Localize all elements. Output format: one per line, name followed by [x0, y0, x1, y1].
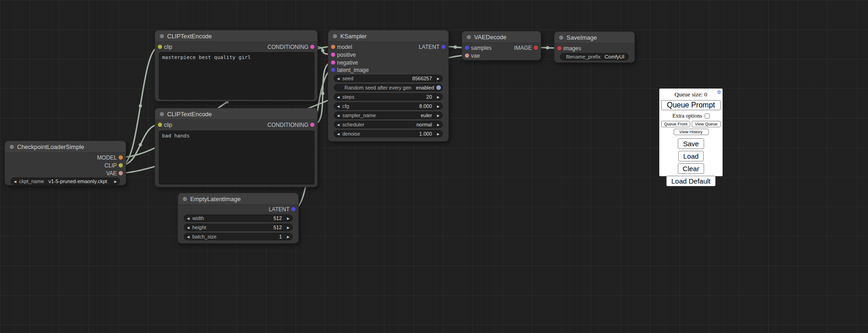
input-slot-negative[interactable] — [331, 60, 335, 65]
widget-width[interactable]: ◀ width 512 ▶ — [184, 214, 293, 222]
decrement-arrow-icon[interactable]: ◀ — [334, 121, 342, 128]
input-label-images: images — [563, 45, 581, 52]
widget-cfg[interactable]: ◀ cfg 8.000 ▶ — [334, 102, 443, 110]
increment-arrow-icon[interactable]: ▶ — [434, 94, 442, 101]
collapse-dot-icon[interactable] — [10, 145, 14, 149]
widget-denoise[interactable]: ◀ denoise 1.000 ▶ — [334, 130, 443, 137]
extra-options-label: Extra options — [672, 113, 702, 119]
queue-front-button[interactable]: Queue Front — [661, 121, 690, 127]
input-slot-positive[interactable] — [331, 53, 335, 57]
widget-sampler-name[interactable]: ◀ sampler_name euler ▶ — [334, 112, 443, 119]
node-title-bar[interactable]: CheckpointLoaderSimple — [5, 141, 126, 153]
clear-button[interactable]: Clear — [678, 163, 705, 174]
input-slot-model[interactable] — [331, 45, 335, 49]
input-slot-latent-image[interactable] — [331, 68, 335, 72]
decrement-arrow-icon[interactable]: ◀ — [11, 178, 19, 185]
queue-prompt-button[interactable]: Queue Prompt — [661, 100, 721, 110]
increment-arrow-icon[interactable]: ▶ — [112, 178, 120, 185]
node-title-bar[interactable]: CLIPTextEncode — [155, 108, 317, 120]
link-midpoint-dot — [454, 46, 457, 49]
increment-arrow-icon[interactable]: ▶ — [284, 224, 292, 231]
decrement-arrow-icon[interactable]: ◀ — [334, 131, 342, 137]
node-checkpointloadersimple[interactable]: CheckpointLoaderSimple MODEL CLIP VAE ◀ … — [5, 141, 126, 185]
node-title-bar[interactable]: KSampler — [328, 30, 448, 42]
widget-value: euler — [421, 113, 434, 118]
input-slot-images[interactable] — [557, 46, 561, 50]
widget-ckpt-name[interactable]: ◀ ckpt_name v1-5-pruned-emaonly.ckpt ▶ — [11, 178, 120, 185]
input-slot-samples[interactable] — [465, 46, 469, 50]
node-title-bar[interactable]: EmptyLatentImage — [178, 193, 298, 205]
widget-seed[interactable]: ◀ seed 8566257 ▶ — [334, 75, 443, 82]
output-label-latent: LATENT — [419, 43, 440, 51]
output-slot-latent[interactable] — [441, 45, 446, 49]
widget-label: filename_prefix — [566, 54, 601, 59]
positive-prompt-textarea[interactable]: masterpiece best quality girl — [159, 52, 314, 100]
increment-arrow-icon[interactable]: ▶ — [434, 131, 442, 137]
increment-arrow-icon[interactable]: ▶ — [434, 112, 442, 119]
decrement-arrow-icon[interactable]: ◀ — [334, 103, 342, 110]
collapse-dot-icon[interactable] — [160, 112, 164, 116]
node-saveimage[interactable]: SaveImage images filename_prefix ComfyUI — [554, 31, 635, 63]
node-vaedecode[interactable]: VAEDecode samples vae IMAGE — [462, 31, 541, 60]
increment-arrow-icon[interactable]: ▶ — [434, 121, 442, 128]
save-button[interactable]: Save — [678, 138, 704, 149]
increment-arrow-icon[interactable]: ▶ — [434, 103, 442, 110]
widget-random-seed-toggle[interactable]: Random seed after every gen enabled — [334, 84, 443, 91]
node-title-bar[interactable]: SaveImage — [555, 32, 634, 43]
widget-filename-prefix[interactable]: filename_prefix ComfyUI — [560, 53, 629, 60]
collapse-dot-icon[interactable] — [160, 34, 164, 38]
toggle-indicator-icon[interactable] — [436, 85, 441, 90]
input-label-clip: clip — [164, 43, 172, 51]
increment-arrow-icon[interactable]: ▶ — [284, 215, 292, 222]
widget-label: steps — [342, 94, 354, 100]
output-slot-vae[interactable] — [119, 171, 123, 175]
output-slot-model[interactable] — [119, 155, 123, 160]
node-title: KSampler — [340, 33, 367, 40]
collapse-dot-icon[interactable] — [559, 36, 563, 40]
extra-options-checkbox[interactable] — [705, 113, 710, 119]
output-slot-clip[interactable] — [119, 163, 123, 167]
output-label-model: MODEL — [97, 154, 117, 161]
view-queue-button[interactable]: View Queue — [692, 121, 721, 127]
decrement-arrow-icon[interactable]: ◀ — [184, 215, 192, 222]
node-cliptextencode-negative[interactable]: CLIPTextEncode clip CONDITIONING bad han… — [155, 108, 318, 187]
decrement-arrow-icon[interactable]: ◀ — [184, 224, 192, 231]
input-slot-clip[interactable] — [158, 45, 162, 49]
widget-steps[interactable]: ◀ steps 20 ▶ — [334, 93, 443, 101]
node-cliptextencode-positive[interactable]: CLIPTextEncode clip CONDITIONING masterp… — [155, 30, 318, 101]
input-slot-vae[interactable] — [465, 54, 469, 58]
view-history-button[interactable]: View History — [674, 129, 709, 135]
link-midpoint-dot — [139, 143, 142, 147]
decrement-arrow-icon[interactable]: ◀ — [334, 75, 342, 82]
decrement-arrow-icon[interactable]: ◀ — [184, 233, 192, 240]
output-slot-conditioning[interactable] — [310, 123, 314, 127]
negative-prompt-textarea[interactable]: bad hands — [159, 131, 314, 184]
collapse-dot-icon[interactable] — [183, 197, 187, 201]
output-slot-conditioning[interactable] — [310, 45, 314, 49]
output-slot-latent[interactable] — [291, 207, 295, 211]
load-button[interactable]: Load — [678, 151, 704, 161]
widget-value: 8566257 — [412, 76, 434, 81]
input-slot-clip[interactable] — [158, 123, 162, 127]
collapse-dot-icon[interactable] — [467, 35, 471, 39]
node-emptylatentimage[interactable]: EmptyLatentImage LATENT ◀ width 512 ▶ ◀ … — [178, 193, 299, 244]
node-ksampler[interactable]: KSampler model positive negative latent_… — [328, 30, 449, 142]
node-title: CheckpointLoaderSimple — [17, 143, 84, 150]
node-title-bar[interactable]: VAEDecode — [462, 31, 541, 43]
widget-height[interactable]: ◀ height 512 ▶ — [184, 224, 293, 231]
widget-batch-size[interactable]: ◀ batch_size 1 ▶ — [184, 233, 293, 240]
node-graph-canvas[interactable]: CheckpointLoaderSimple MODEL CLIP VAE ◀ … — [0, 0, 868, 333]
decrement-arrow-icon[interactable]: ◀ — [334, 112, 342, 119]
output-slot-image[interactable] — [534, 46, 538, 50]
widget-label: sampler_name — [342, 113, 376, 118]
increment-arrow-icon[interactable]: ▶ — [434, 75, 442, 82]
node-title: VAEDecode — [474, 34, 506, 41]
decrement-arrow-icon[interactable]: ◀ — [334, 94, 342, 101]
widget-label: seed — [342, 76, 353, 81]
increment-arrow-icon[interactable]: ▶ — [284, 233, 292, 240]
widget-scheduler[interactable]: ◀ scheduler normal ▶ — [334, 121, 443, 128]
collapse-dot-icon[interactable] — [333, 34, 337, 38]
settings-gear-icon[interactable]: ⚙ — [717, 90, 721, 95]
load-default-button[interactable]: Load Default — [666, 176, 716, 186]
node-title-bar[interactable]: CLIPTextEncode — [155, 30, 317, 42]
